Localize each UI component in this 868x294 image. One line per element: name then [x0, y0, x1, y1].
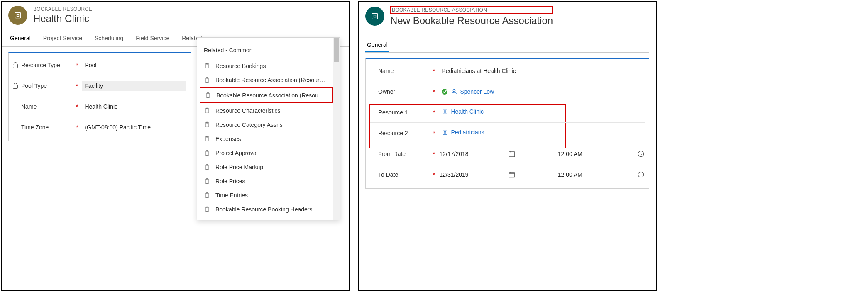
row-owner: Owner * Spencer Low	[370, 81, 645, 102]
related-item[interactable]: Role Price Markup	[197, 160, 333, 174]
related-panel: Related - Common Resource BookingsBookab…	[197, 37, 340, 220]
clipboard-icon	[204, 150, 210, 156]
clipboard-icon	[204, 136, 210, 142]
record-title: Health Clinic	[33, 13, 92, 24]
label-resource-1: Resource 1	[378, 109, 408, 116]
check-icon	[442, 89, 447, 95]
related-item-label: Resource Characteristics	[215, 107, 280, 114]
related-item-label: Role Prices	[215, 178, 245, 185]
related-item[interactable]: Resource Bookings	[197, 59, 333, 73]
related-item[interactable]: Time Entries	[197, 188, 333, 202]
to-time-value[interactable]: 12:00 AM	[558, 171, 595, 178]
owner-link-text: Spencer Low	[460, 88, 494, 95]
related-item-label: Bookable Resource Association (Resource …	[215, 77, 326, 83]
clock-icon[interactable]	[637, 171, 645, 178]
required-marker: *	[76, 83, 78, 89]
label-owner: Owner	[378, 88, 395, 95]
to-date-value[interactable]: 12/31/2019	[439, 171, 501, 178]
related-item[interactable]: Resource Category Assns	[197, 118, 333, 132]
value-resource-1[interactable]: Health Clinic	[439, 107, 645, 118]
label-name: Name	[21, 103, 37, 110]
calendar-icon[interactable]	[508, 171, 516, 178]
tab-general[interactable]: General	[8, 31, 32, 46]
resource-2-link-text: Pediatricians	[451, 129, 484, 136]
scrollbar-thumb[interactable]	[334, 38, 339, 62]
record-title: New Bookable Resource Association	[390, 15, 553, 27]
clock-icon[interactable]	[637, 150, 645, 158]
label-resource-type: Resource Type	[21, 62, 60, 68]
required-marker: *	[76, 62, 78, 68]
calendar-icon[interactable]	[508, 150, 516, 158]
related-item-label: Role Price Markup	[215, 164, 263, 170]
value-time-zone[interactable]: (GMT-08:00) Pacific Time	[82, 122, 186, 132]
lock-icon	[13, 83, 19, 89]
related-item-label: Expenses	[215, 136, 241, 142]
required-marker: *	[433, 109, 435, 116]
svg-point-24	[453, 89, 455, 91]
row-resource-2: Resource 2 * Pediatricians	[370, 123, 645, 143]
related-item-label: Resource Category Assns	[215, 121, 283, 128]
clipboard-icon	[204, 164, 210, 170]
association-entity-icon	[365, 7, 384, 26]
value-resource-2[interactable]: Pediatricians	[439, 127, 645, 138]
svg-rect-25	[443, 109, 447, 114]
tab-project-service[interactable]: Project Service	[42, 31, 84, 46]
value-name[interactable]: Pediatricians at Health Clinic	[439, 66, 645, 76]
related-item-label: Resource Bookings	[215, 63, 266, 69]
svg-rect-26	[443, 130, 447, 135]
right-panel: BOOKABLE RESOURCE ASSOCIATION New Bookab…	[358, 1, 657, 291]
clipboard-icon	[204, 206, 210, 213]
label-name: Name	[378, 68, 394, 74]
left-panel: BOOKABLE RESOURCE Health Clinic General …	[1, 1, 350, 291]
row-resource-1: Resource 1 * Health Clinic	[370, 102, 645, 123]
from-date-value[interactable]: 12/17/2018	[439, 151, 501, 157]
related-item[interactable]: Expenses	[197, 132, 333, 146]
required-marker: *	[76, 124, 78, 131]
related-item-label: Time Entries	[215, 192, 248, 199]
label-resource-2: Resource 2	[378, 130, 408, 136]
label-to-date: To Date	[378, 171, 398, 178]
required-marker: *	[433, 151, 435, 157]
tab-general[interactable]: General	[365, 38, 389, 52]
related-item[interactable]: Role Prices	[197, 174, 333, 188]
value-name[interactable]: Health Clinic	[82, 102, 186, 112]
general-form: Resource Type * Pool Pool Type * Facilit…	[8, 52, 191, 141]
row-to-date: To Date * 12/31/2019 12:00 AM	[370, 164, 645, 185]
required-marker: *	[76, 103, 78, 110]
right-header: BOOKABLE RESOURCE ASSOCIATION New Bookab…	[359, 2, 656, 32]
person-icon	[451, 88, 457, 95]
related-header: Related - Common	[197, 40, 340, 58]
resource-entity-icon	[8, 6, 27, 25]
svg-rect-29	[509, 173, 515, 177]
related-item[interactable]: Bookable Resource Association (Resource …	[197, 73, 333, 87]
related-item[interactable]: Bookable Resource Booking Headers	[197, 202, 333, 216]
entity-type-label: BOOKABLE RESOURCE	[33, 6, 92, 12]
row-name: Name * Pediatricians at Health Clinic	[370, 61, 645, 81]
resource-1-link-text: Health Clinic	[451, 108, 484, 115]
value-owner[interactable]: Spencer Low	[439, 86, 645, 97]
clipboard-icon	[204, 77, 210, 83]
related-item-label: Bookable Resource Booking Headers	[215, 206, 312, 213]
scrollbar[interactable]	[333, 38, 340, 220]
from-time-value[interactable]: 12:00 AM	[558, 151, 595, 157]
label-from-date: From Date	[378, 151, 406, 157]
required-marker: *	[433, 130, 435, 136]
left-header: BOOKABLE RESOURCE Health Clinic	[2, 2, 349, 31]
row-time-zone: Time Zone * (GMT-08:00) Pacific Time	[13, 117, 186, 138]
related-item[interactable]: Resource Characteristics	[197, 104, 333, 118]
value-pool-type[interactable]: Facility	[82, 81, 186, 91]
related-item[interactable]: Bookable Resource Association (Resource …	[200, 87, 333, 103]
value-resource-type[interactable]: Pool	[82, 60, 186, 70]
general-form: Name * Pediatricians at Health Clinic Ow…	[365, 58, 649, 189]
clipboard-icon	[205, 92, 211, 99]
required-marker: *	[433, 88, 435, 95]
label-time-zone: Time Zone	[21, 124, 49, 131]
tab-field-service[interactable]: Field Service	[134, 31, 171, 46]
right-tab-row: General	[365, 38, 649, 53]
svg-rect-23	[372, 13, 377, 19]
related-item-label: Bookable Resource Association (Resource …	[216, 92, 325, 99]
related-item[interactable]: Project Approval	[197, 146, 333, 160]
clipboard-icon	[204, 107, 210, 114]
tab-scheduling[interactable]: Scheduling	[93, 31, 125, 46]
entity-type-label: BOOKABLE RESOURCE ASSOCIATION	[390, 6, 553, 14]
